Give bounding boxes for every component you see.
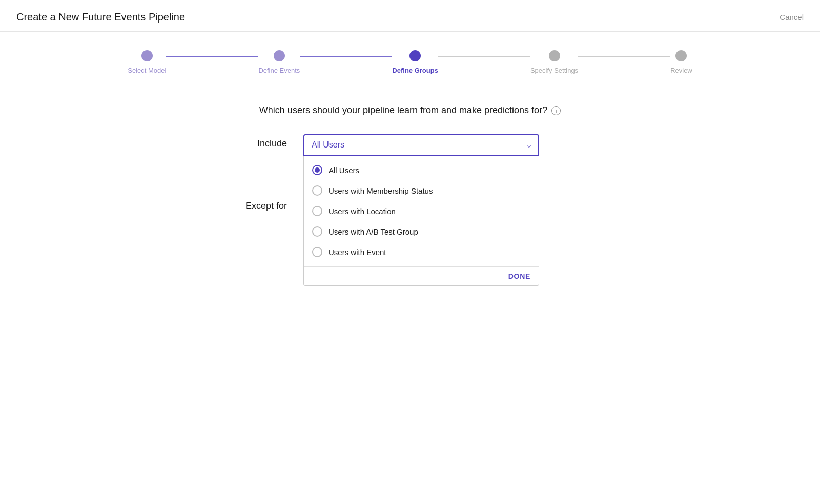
option-label-ab-test-group: Users with A/B Test Group: [329, 227, 418, 236]
step-circle-define-events: [274, 50, 285, 61]
radio-location: [312, 206, 322, 216]
step-label-define-events: Define Events: [258, 67, 300, 74]
step-line-1: [166, 56, 258, 57]
step-circle-select-model: [141, 50, 153, 61]
radio-inner-all-users: [315, 167, 320, 173]
dropdown-options-list: All Users Users with Membership Status U…: [304, 156, 539, 266]
radio-event: [312, 247, 322, 257]
page-title: Create a New Future Events Pipeline: [16, 11, 185, 23]
step-review: Review: [670, 50, 692, 74]
step-line-3: [438, 56, 530, 57]
step-label-select-model: Select Model: [128, 67, 166, 74]
step-circle-review: [675, 50, 687, 61]
chevron-down-icon: ⌵: [527, 141, 531, 149]
radio-membership-status: [312, 185, 322, 196]
radio-ab-test-group: [312, 226, 322, 237]
info-icon[interactable]: i: [551, 106, 561, 115]
option-label-all-users: All Users: [329, 166, 359, 175]
dropdown-selected-value: All Users: [312, 140, 344, 150]
step-line-2: [300, 56, 392, 57]
include-dropdown-wrapper: All Users ⌵ All Users User: [303, 134, 539, 156]
step-label-define-groups: Define Groups: [392, 67, 438, 74]
step-define-groups: Define Groups: [392, 50, 438, 74]
include-row: Include All Users ⌵ All Users: [231, 134, 589, 156]
option-label-location: Users with Location: [329, 207, 396, 216]
cancel-button[interactable]: Cancel: [780, 13, 804, 22]
option-event[interactable]: Users with Event: [304, 242, 539, 262]
stepper: Select Model Define Events Define Groups…: [0, 32, 820, 85]
option-membership-status[interactable]: Users with Membership Status: [304, 180, 539, 201]
step-select-model: Select Model: [128, 50, 166, 74]
question-text: Which users should your pipeline learn f…: [259, 105, 547, 116]
done-button[interactable]: DONE: [508, 272, 530, 280]
option-all-users[interactable]: All Users: [304, 160, 539, 180]
option-label-event: Users with Event: [329, 248, 386, 257]
dropdown-footer: DONE: [304, 266, 539, 285]
option-label-membership-status: Users with Membership Status: [329, 186, 433, 195]
question-row: Which users should your pipeline learn f…: [259, 105, 561, 116]
step-label-specify-settings: Specify Settings: [530, 67, 578, 74]
option-ab-test-group[interactable]: Users with A/B Test Group: [304, 221, 539, 242]
page-header: Create a New Future Events Pipeline Canc…: [0, 0, 820, 32]
step-define-events: Define Events: [258, 50, 300, 74]
step-label-review: Review: [670, 67, 692, 74]
step-specify-settings: Specify Settings: [530, 50, 578, 74]
include-label: Include: [231, 134, 287, 149]
option-location[interactable]: Users with Location: [304, 201, 539, 221]
step-line-4: [578, 56, 670, 57]
step-circle-specify-settings: [549, 50, 560, 61]
except-for-label: Except for: [231, 197, 287, 212]
stepper-track: Select Model Define Events Define Groups…: [128, 50, 692, 74]
include-dropdown-trigger[interactable]: All Users ⌵: [303, 134, 539, 156]
main-content: Which users should your pipeline learn f…: [0, 85, 820, 306]
radio-all-users: [312, 165, 322, 175]
include-dropdown-menu: All Users Users with Membership Status U…: [303, 156, 539, 286]
step-circle-define-groups: [409, 50, 421, 61]
